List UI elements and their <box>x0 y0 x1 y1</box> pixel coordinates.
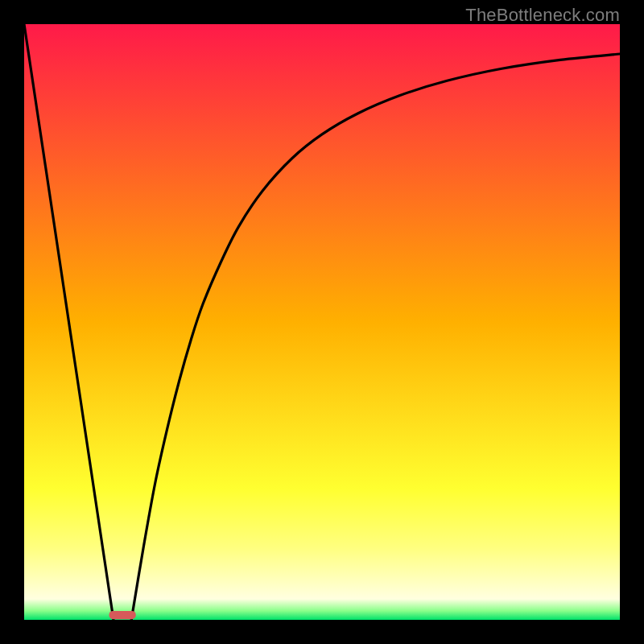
plot-area <box>24 24 620 620</box>
watermark-text: TheBottleneck.com <box>465 5 620 26</box>
chart-svg <box>24 24 620 620</box>
marker-pill <box>109 611 135 619</box>
chart-frame: TheBottleneck.com <box>0 0 644 644</box>
gradient-background <box>24 24 620 620</box>
